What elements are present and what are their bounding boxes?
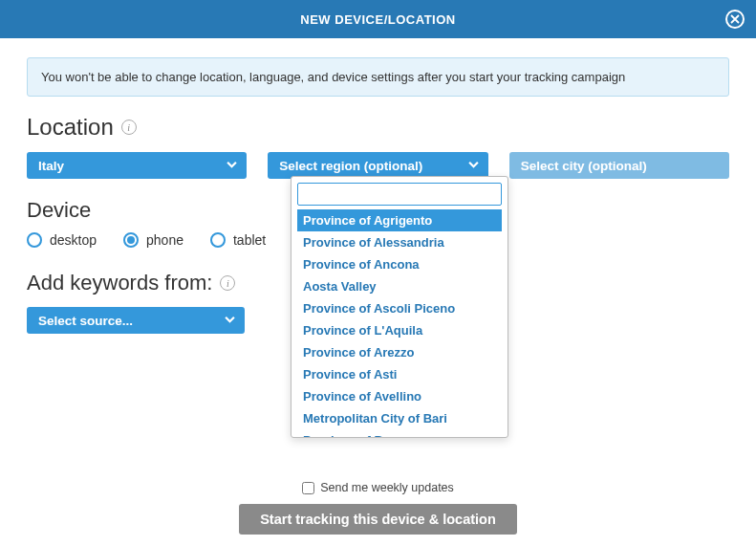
region-option[interactable]: Aosta Valley (297, 275, 502, 297)
country-select[interactable]: Italy (27, 152, 247, 179)
weekly-updates-row[interactable]: Send me weekly updates (302, 481, 454, 494)
info-icon[interactable]: i (220, 275, 235, 291)
device-radio-desktop[interactable]: desktop (27, 232, 97, 248)
weekly-updates-label: Send me weekly updates (320, 481, 454, 494)
radio-label: desktop (50, 232, 97, 248)
region-option[interactable]: Province of Asti (297, 363, 502, 385)
radio-icon (210, 232, 226, 248)
device-radio-tablet[interactable]: tablet (210, 232, 266, 248)
city-select[interactable]: Select city (optional) (509, 152, 729, 179)
region-option[interactable]: Metropolitan City of Bari (297, 407, 502, 429)
radio-icon (123, 232, 139, 248)
source-select[interactable]: Select source... (27, 307, 245, 334)
info-banner-text: You won't be able to change location, la… (41, 70, 625, 84)
region-option[interactable]: Province of Arezzo (297, 341, 502, 363)
region-option[interactable]: Province of Agrigento (297, 209, 502, 231)
chevron-down-icon (225, 314, 235, 328)
region-search-input[interactable] (297, 183, 502, 206)
modal-header: NEW DEVICE/LOCATION (0, 0, 756, 38)
region-option[interactable]: Province of Avellino (297, 385, 502, 407)
modal-title: NEW DEVICE/LOCATION (300, 12, 455, 27)
region-select[interactable]: Select region (optional) (268, 152, 487, 179)
close-icon (730, 12, 740, 27)
chevron-down-icon (468, 159, 479, 173)
close-button[interactable] (725, 10, 745, 29)
info-banner: You won't be able to change location, la… (27, 57, 729, 97)
region-option[interactable]: Province of Alessandria (297, 231, 502, 253)
info-icon[interactable]: i (121, 120, 137, 135)
location-select-row: Italy Select region (optional) Select ci… (27, 152, 729, 179)
start-tracking-button[interactable]: Start tracking this device & location (239, 504, 517, 535)
region-option[interactable]: Province of L'Aquila (297, 319, 502, 341)
region-option[interactable]: Province of Ancona (297, 253, 502, 275)
weekly-updates-checkbox[interactable] (302, 482, 314, 494)
chevron-down-icon (227, 159, 237, 173)
region-option-list[interactable]: Province of AgrigentoProvince of Alessan… (297, 209, 502, 437)
modal-footer: Send me weekly updates Start tracking th… (0, 481, 756, 535)
radio-label: tablet (233, 232, 266, 248)
location-heading: Location i (27, 114, 729, 141)
radio-icon (27, 232, 42, 248)
region-option[interactable]: Province of Bergamo (297, 429, 502, 437)
region-option[interactable]: Province of Ascoli Piceno (297, 297, 502, 319)
radio-label: phone (146, 232, 184, 248)
device-radio-phone[interactable]: phone (123, 232, 184, 248)
region-dropdown: Province of AgrigentoProvince of Alessan… (291, 176, 508, 438)
